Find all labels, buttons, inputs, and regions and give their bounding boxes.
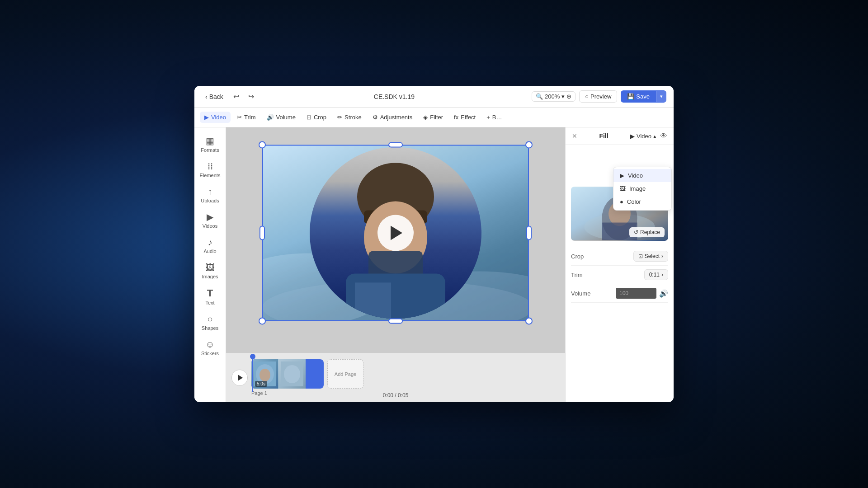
crop-select-icon: ⊡ [638, 253, 643, 259]
undo-button[interactable]: ↩ [231, 90, 242, 103]
effect-icon: fx [454, 114, 458, 121]
sidebar-item-stickers[interactable]: ☺ Stickers [197, 336, 224, 360]
dropdown-image-label: Image [629, 185, 646, 192]
toolbar: ▶ Video ✂ Trim 🔊 Volume ⊡ Crop ✏ Stroke … [194, 108, 674, 127]
handle-top-right[interactable] [525, 141, 533, 148]
toolbar-video-button[interactable]: ▶ Video [200, 112, 231, 123]
panel-type-label: Video [637, 133, 651, 140]
sidebar-item-images[interactable]: 🖼 Images [197, 259, 224, 283]
handle-left-center[interactable] [259, 225, 265, 240]
timeline-tracks: 5.0s Page 1 Add Page [251, 359, 363, 396]
toolbar-crop-button[interactable]: ⊡ Crop [302, 112, 331, 123]
circle-icon: ○ [585, 93, 589, 100]
dropdown-item-video[interactable]: ▶ Video [613, 169, 671, 182]
stroke-label: Stroke [344, 114, 362, 121]
timeline-clip[interactable]: 5.0s [251, 359, 324, 389]
panel-type-dropdown-button[interactable]: ▶ Video ▴ [630, 133, 656, 140]
play-button[interactable] [377, 215, 414, 251]
save-dropdown-button[interactable]: ▾ [656, 91, 666, 102]
uploads-icon: ↑ [208, 187, 212, 196]
canvas-wrapper: 5.0s Page 1 Add Page 0:00 / 0:05 [226, 127, 565, 402]
save-main-button[interactable]: 💾 Save [621, 90, 656, 103]
track-wrapper-2: Add Page [327, 359, 363, 389]
panel-header-right: ▶ Video ▴ 👁 [630, 132, 667, 140]
video-frame [262, 145, 529, 321]
sidebar-item-formats[interactable]: ▦ Formats [197, 133, 224, 156]
sidebar-item-shapes[interactable]: ○ Shapes [197, 311, 224, 334]
back-button[interactable]: ‹ Back [202, 91, 227, 102]
header-left: ‹ Back ↩ ↪ [202, 90, 257, 103]
sidebar-item-text[interactable]: T Text [197, 285, 224, 309]
handle-top-center[interactable] [388, 142, 403, 147]
page1-label: Page 1 [251, 390, 324, 396]
redo-button[interactable]: ↪ [245, 90, 257, 103]
toolbar-stroke-button[interactable]: ✏ Stroke [333, 112, 366, 123]
zoom-control[interactable]: 🔍 200% ▾ ⊕ [532, 91, 576, 102]
audio-icon: ♪ [208, 238, 212, 247]
trim-value-display: 0:11 [649, 272, 660, 278]
toolbar-filter-button[interactable]: ◈ Filter [419, 112, 448, 123]
toolbar-trim-button[interactable]: ✂ Trim [232, 112, 260, 123]
text-label: Text [205, 300, 214, 305]
toolbar-adjustments-button[interactable]: ⚙ Adjustments [368, 112, 417, 123]
right-panel: ✕ Fill ▶ Video ▴ 👁 ▶ Video [565, 127, 674, 402]
sidebar-item-audio[interactable]: ♪ Audio [197, 234, 224, 258]
volume-icon[interactable]: 🔊 [659, 289, 668, 298]
images-label: Images [202, 274, 218, 279]
dropdown-color-label: Color [627, 198, 641, 205]
track-wrapper-1: 5.0s Page 1 [251, 359, 324, 396]
volume-slider-container: 100 🔊 [616, 288, 668, 299]
timeline-play-button[interactable] [231, 370, 248, 386]
volume-row-label: Volume [571, 290, 590, 297]
trim-value-button[interactable]: 0:11 › [644, 269, 668, 280]
stroke-icon: ✏ [337, 114, 342, 121]
trim-icon: ✂ [237, 114, 242, 121]
handle-right-center[interactable] [526, 225, 532, 240]
svg-point-14 [284, 365, 300, 383]
toolbar-blend-button[interactable]: + B… [482, 112, 506, 123]
replace-label: Replace [640, 229, 660, 235]
handle-bottom-right[interactable] [525, 317, 533, 324]
crop-select-label: Select [645, 253, 660, 259]
sidebar-item-videos[interactable]: ▶ Videos [197, 209, 224, 232]
dropdown-item-color[interactable]: ● Color [613, 195, 671, 208]
effect-label: Effect [461, 114, 476, 121]
panel-content: ↺ Replace Crop ⊡ Select › [566, 181, 674, 402]
handle-bottom-center[interactable] [388, 318, 403, 324]
save-button-group: 💾 Save ▾ [621, 90, 666, 103]
sidebar: ▦ Formats ⁞⁞ Elements ↑ Uploads ▶ Videos… [194, 127, 226, 402]
volume-value: 100 [619, 290, 628, 296]
replace-button[interactable]: ↺ Replace [629, 227, 665, 237]
clip-time: 5.0s [255, 381, 267, 387]
stickers-label: Stickers [201, 351, 219, 356]
add-page-button[interactable]: Add Page [327, 359, 363, 389]
header-right: 🔍 200% ▾ ⊕ ○ Preview 💾 Save ▾ [532, 90, 666, 103]
canvas-viewport[interactable] [226, 127, 565, 352]
close-panel-button[interactable]: ✕ [572, 132, 577, 140]
uploads-label: Uploads [201, 198, 219, 203]
sidebar-item-elements[interactable]: ⁞⁞ Elements [197, 158, 224, 182]
visibility-toggle-button[interactable]: 👁 [660, 132, 667, 140]
zoom-in-icon: ⊕ [566, 93, 571, 100]
sidebar-item-uploads[interactable]: ↑ Uploads [197, 183, 224, 207]
clip-thumbnail-2 [278, 359, 306, 389]
video-type-icon: ▶ [630, 133, 635, 140]
handle-top-left[interactable] [259, 141, 266, 148]
dropdown-item-image[interactable]: 🖼 Image [613, 182, 671, 195]
video-toolbar-icon: ▶ [204, 114, 209, 121]
save-icon: 💾 [627, 93, 634, 100]
video-element[interactable] [262, 145, 529, 321]
filter-icon: ◈ [423, 114, 428, 121]
crop-select-button[interactable]: ⊡ Select › [633, 251, 668, 262]
shapes-label: Shapes [202, 325, 218, 331]
filter-label: Filter [430, 114, 443, 121]
preview-button[interactable]: ○ Preview [579, 90, 617, 103]
handle-bottom-left[interactable] [259, 317, 266, 324]
images-icon: 🖼 [206, 263, 215, 272]
volume-slider-track[interactable]: 100 [616, 288, 656, 299]
trim-row: Trim 0:11 › [571, 266, 668, 284]
videos-label: Videos [203, 223, 217, 229]
toolbar-effect-button[interactable]: fx Effect [449, 112, 480, 123]
toolbar-volume-button[interactable]: 🔊 Volume [262, 112, 300, 123]
time-display: 0:00 / 0:05 [383, 392, 409, 399]
